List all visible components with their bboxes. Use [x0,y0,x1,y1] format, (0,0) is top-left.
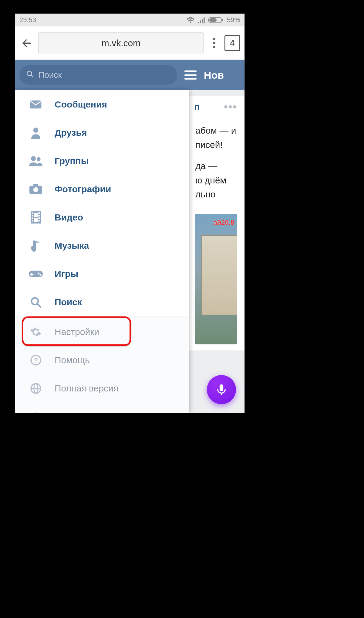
globe-icon [29,381,43,396]
back-button[interactable] [19,36,34,50]
svg-point-3 [213,38,215,40]
menu-item-help[interactable]: ?Помощь [15,346,189,374]
menu-item-label: Фотографии [55,184,111,194]
post-image[interactable]: ай20.8 [195,214,237,344]
signal-icon [198,17,205,23]
menu-item-label: Полная версия [55,383,118,394]
page-title: Нов [204,69,224,81]
svg-text:?: ? [34,356,38,364]
music-icon [29,238,43,253]
menu-item-games[interactable]: Игры [15,260,189,288]
svg-point-14 [33,187,38,192]
voice-assistant-button[interactable] [207,375,236,404]
svg-rect-28 [30,274,34,275]
svg-rect-17 [32,215,33,216]
url-bar[interactable]: m.vk.com [38,32,204,54]
browser-menu-button[interactable] [208,38,220,48]
menu-item-friends[interactable]: Друзья [15,118,189,147]
svg-rect-25 [34,218,38,222]
menu-item-search[interactable]: Поиск [15,288,189,316]
svg-point-4 [213,42,215,44]
menu-item-label: Видео [55,212,83,223]
url-text: m.vk.com [102,38,140,48]
svg-rect-20 [38,212,40,214]
svg-point-29 [38,272,39,274]
power-icon [29,409,43,413]
post-source: п [194,100,200,114]
menu-item-logout[interactable]: Выход [15,402,189,413]
svg-point-5 [213,46,215,48]
menu-item-label: Помощь [55,355,90,365]
svg-rect-18 [32,217,33,219]
svg-rect-8 [30,100,42,108]
gamepad-icon [29,267,43,281]
wifi-icon [186,17,195,23]
battery-pct: 59% [227,16,240,24]
hamburger-button[interactable] [183,68,198,82]
content-area: п ••• абом — и писей! да — ю днём льно а… [15,90,244,413]
menu-item-messages[interactable]: Сообщения [15,90,189,118]
menu-item-video[interactable]: Видео [15,203,189,231]
svg-rect-1 [222,19,223,21]
menu-item-groups[interactable]: Группы [15,147,189,175]
svg-rect-16 [32,212,33,214]
svg-rect-21 [38,215,40,216]
person-icon [29,125,43,140]
film-icon [29,210,43,225]
menu-item-label: Музыка [55,241,89,251]
vk-header: Поиск Нов [15,60,244,90]
search-icon [26,70,34,80]
camera-icon [29,182,43,196]
search-icon [29,295,43,309]
post-menu-icon[interactable]: ••• [224,98,237,115]
statusbar: 23:53 59% [15,14,244,26]
menu-item-label: Сообщения [55,99,107,110]
svg-rect-2 [209,18,217,22]
phone-frame: 23:53 59% m.vk.com 4 [15,14,244,413]
svg-point-11 [37,157,41,161]
svg-rect-19 [32,220,33,221]
menu-item-label: Друзья [55,128,87,138]
menu-item-label: Выход [55,411,82,413]
menu-item-settings[interactable]: Настройки [15,318,189,346]
svg-line-7 [31,75,33,77]
svg-rect-24 [34,213,38,217]
svg-rect-13 [33,184,38,186]
svg-line-32 [37,303,41,307]
browser-chrome: m.vk.com 4 [15,26,244,60]
menu-item-music[interactable]: Музыка [15,231,189,260]
menu-item-label: Настройки [55,327,99,337]
gear-icon [29,325,43,339]
people-icon [29,154,43,168]
svg-point-10 [31,156,36,161]
svg-rect-23 [38,220,40,221]
menu-item-label: Группы [55,156,89,166]
side-menu: СообщенияДрузьяГруппыФотографииВидеоМузы… [15,90,189,413]
svg-rect-22 [38,217,40,219]
envelope-icon [29,97,43,112]
svg-point-9 [33,128,39,133]
menu-item-photos[interactable]: Фотографии [15,175,189,203]
search-input[interactable]: Поиск [19,65,177,85]
menu-item-label: Игры [55,269,78,279]
image-sign-text: ай20.8 [213,217,234,228]
search-placeholder: Поиск [38,70,62,80]
svg-point-30 [39,274,41,276]
menu-item-full[interactable]: Полная версия [15,374,189,402]
battery-icon [208,17,224,23]
tab-count-button[interactable]: 4 [224,35,240,51]
clock: 23:53 [19,16,36,24]
menu-item-label: Поиск [55,297,82,307]
help-icon: ? [29,353,43,367]
